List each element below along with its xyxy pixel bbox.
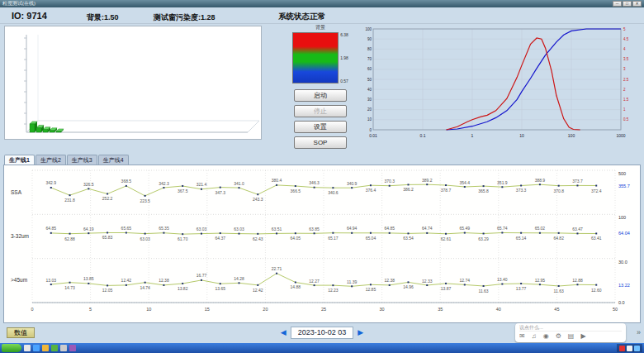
svg-text:50: 50	[613, 307, 618, 312]
svg-text:25: 25	[321, 307, 326, 312]
svg-text:346.3: 346.3	[309, 180, 320, 185]
svg-text:2: 2	[623, 88, 626, 92]
tray-icon[interactable]	[634, 346, 640, 351]
svg-text:70: 70	[367, 57, 372, 61]
window-title: 粒度测试(在线)	[2, 0, 612, 7]
collapse-chevron-icon[interactable]: »	[637, 328, 641, 336]
svg-text:0.0: 0.0	[618, 300, 625, 305]
svg-text:1: 1	[471, 133, 474, 138]
tray-icon[interactable]	[619, 346, 625, 351]
svg-text:64.94: 64.94	[347, 226, 358, 231]
svg-text:64.82: 64.82	[553, 236, 564, 241]
stop-button[interactable]: 停止	[294, 105, 347, 117]
svg-text:355.7: 355.7	[618, 184, 630, 188]
svg-text:14.96: 14.96	[403, 284, 414, 289]
svg-text:1: 1	[623, 107, 626, 112]
svg-text:0.5: 0.5	[623, 117, 629, 122]
start-button[interactable]: 启动	[294, 89, 347, 102]
maximize-button[interactable]: □	[623, 1, 632, 7]
message-input[interactable]: 说点什么...	[519, 324, 622, 332]
taskbar-app-icon[interactable]	[51, 345, 58, 351]
play-icon[interactable]: ▶	[580, 332, 585, 341]
taskbar-app-icon[interactable]	[60, 345, 67, 351]
chat-icon[interactable]: ✉	[519, 332, 525, 341]
svg-text:64.74: 64.74	[422, 226, 433, 231]
svg-text:61.70: 61.70	[178, 236, 188, 241]
svg-text:15: 15	[205, 307, 210, 312]
svg-text:13.03: 13.03	[46, 278, 57, 283]
svg-text:65.04: 65.04	[366, 236, 376, 241]
svg-text:64.04: 64.04	[618, 231, 630, 236]
svg-text:2.5: 2.5	[623, 78, 629, 82]
top-section: 背景 6.38 1.98 0.57 启动 停止 设置 SOP 010203040…	[0, 24, 644, 154]
start-button-taskbar[interactable]	[2, 344, 21, 352]
control-panel: 背景 6.38 1.98 0.57 启动 停止 设置 SOP	[283, 24, 358, 154]
svg-text:12.95: 12.95	[535, 278, 546, 283]
close-button[interactable]: ✕	[632, 1, 642, 7]
status-header: IO: 9714 背景:1.50 测试窗污染度:1.28 系统状态正常	[0, 7, 644, 24]
prev-date-arrow[interactable]: ◀	[281, 327, 286, 338]
svg-text:60: 60	[367, 67, 372, 71]
svg-text:4.5: 4.5	[623, 37, 629, 41]
svg-text:30: 30	[380, 307, 385, 312]
production-line-tabs: 生产线1 生产线2 生产线3 生产线4	[0, 154, 644, 165]
svg-text:3-32um: 3-32um	[11, 233, 29, 239]
svg-text:63.03: 63.03	[234, 227, 244, 231]
svg-text:62.43: 62.43	[253, 236, 263, 241]
svg-text:11.63: 11.63	[554, 289, 564, 293]
svg-text:11.39: 11.39	[347, 279, 357, 284]
svg-text:12.38: 12.38	[159, 278, 169, 283]
tab-production-line-2[interactable]: 生产线2	[36, 155, 66, 165]
contamination-value: 测试窗污染度:1.28	[154, 12, 215, 23]
svg-text:12.23: 12.23	[328, 288, 339, 293]
svg-text:380.4: 380.4	[272, 178, 282, 183]
svg-text:5: 5	[89, 307, 92, 312]
svg-text:>45um: >45um	[11, 277, 27, 283]
sop-button[interactable]: SOP	[294, 136, 347, 149]
svg-text:14.88: 14.88	[291, 284, 301, 289]
svg-text:65.49: 65.49	[460, 226, 471, 231]
taskbar-app-icon[interactable]	[69, 345, 76, 351]
speaker-icon[interactable]: ◉	[543, 332, 549, 341]
svg-text:30.0: 30.0	[618, 260, 627, 265]
svg-text:30: 30	[367, 98, 372, 102]
svg-text:14.73: 14.73	[64, 285, 75, 290]
svg-text:63.54: 63.54	[403, 236, 414, 241]
svg-text:63.47: 63.47	[572, 227, 583, 231]
gear-icon[interactable]: ⚙	[556, 332, 561, 341]
io-value: IO: 9714	[12, 11, 47, 21]
svg-text:65.17: 65.17	[328, 236, 339, 241]
svg-text:342.3: 342.3	[159, 181, 169, 186]
svg-text:12.42: 12.42	[253, 288, 263, 293]
svg-text:231.8: 231.8	[64, 198, 75, 203]
colorbar-ticks: 6.38 1.98 0.57	[340, 32, 348, 83]
title-bar: 粒度测试(在线) ─ □ ✕	[0, 0, 644, 7]
taskbar-app-icon[interactable]	[42, 345, 49, 351]
svg-text:13.65: 13.65	[215, 286, 225, 291]
system-status: 系统状态正常	[278, 12, 325, 22]
svg-text:62.88: 62.88	[64, 236, 75, 241]
svg-text:16.77: 16.77	[197, 273, 207, 278]
tab-production-line-3[interactable]: 生产线3	[67, 155, 97, 165]
minimize-button[interactable]: ─	[613, 1, 622, 7]
taskbar-app-icon[interactable]	[24, 345, 31, 351]
svg-text:340.6: 340.6	[328, 190, 339, 195]
taskbar-app-icon[interactable]	[33, 345, 40, 351]
settings-button[interactable]: 设置	[294, 121, 347, 133]
mic-icon[interactable]: ♫	[532, 332, 537, 341]
svg-text:342.9: 342.9	[46, 180, 57, 185]
tab-production-line-4[interactable]: 生产线4	[98, 155, 129, 165]
production-trend-chart: 05101520253035404550342.9231.8326.5252.2…	[3, 165, 641, 323]
svg-text:20: 20	[263, 307, 268, 312]
folder-icon[interactable]: ▤	[568, 332, 575, 341]
date-display: 2023-10-02 03	[291, 327, 354, 339]
svg-text:1.5: 1.5	[623, 98, 629, 102]
svg-text:351.9: 351.9	[497, 180, 508, 185]
tab-production-line-1[interactable]: 生产线1	[4, 155, 35, 165]
svg-text:13.77: 13.77	[516, 286, 527, 291]
next-date-arrow[interactable]: ▶	[358, 327, 363, 338]
tray-icon[interactable]	[627, 346, 632, 351]
svg-text:62.61: 62.61	[441, 236, 452, 241]
svg-text:64.85: 64.85	[46, 226, 57, 231]
svg-text:63.85: 63.85	[309, 227, 320, 231]
